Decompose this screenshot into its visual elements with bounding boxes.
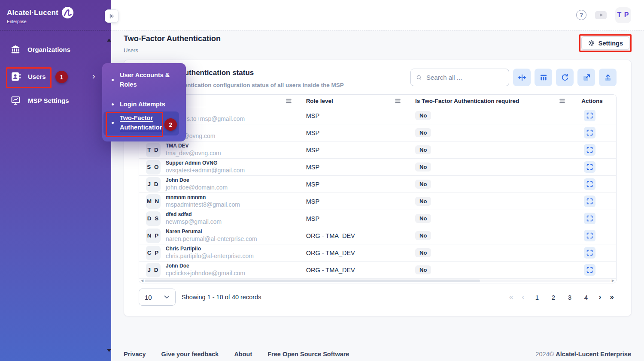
footer-link[interactable]: About (234, 351, 252, 358)
actions-cell (574, 196, 616, 207)
annotation-step1-badge: 1 (55, 71, 68, 83)
table-row[interactable]: N P Naren Perumal naren.perumal@al-enter… (139, 227, 616, 244)
columns-button[interactable] (535, 69, 552, 86)
expand-row-button[interactable] (584, 196, 595, 207)
previous-page-button[interactable]: ‹ (519, 293, 527, 301)
scroll-right-icon[interactable]: ▶ (612, 279, 614, 283)
submenu-item-user-accounts-roles[interactable]: User Accounts & Roles (112, 71, 180, 90)
expand-icon (586, 163, 593, 171)
scroll-left-icon[interactable]: ◀ (141, 279, 143, 283)
tfa-required-badge: No (415, 231, 431, 240)
last-page-button[interactable]: » (608, 293, 617, 301)
table-row[interactable]: J D John Doe cpclicks+johndoe@gmail.com … (139, 262, 616, 278)
tfa-required-badge: No (415, 145, 431, 154)
user-avatar[interactable]: T P (615, 7, 631, 23)
table-row[interactable]: D S dfsd sdfsd newmsp@gmail.com MSP No (139, 210, 616, 227)
expand-row-button[interactable] (584, 213, 595, 224)
next-page-button[interactable]: › (596, 293, 604, 301)
footer-link[interactable]: Free Open Source Software (267, 351, 349, 358)
search-input[interactable] (425, 73, 504, 81)
horizontal-scrollbar[interactable]: ◀ ▶ (139, 278, 616, 283)
column-header-role[interactable]: Role level (301, 98, 410, 104)
expand-row-button[interactable] (584, 110, 595, 121)
role-level-cell: MSP (301, 129, 410, 136)
tfa-required-cell: No (410, 197, 574, 206)
avatar: J D (146, 177, 161, 192)
expand-row-button[interactable] (584, 230, 595, 241)
table-row[interactable]: J D John Doe john.doe@domain.com MSP No (139, 176, 616, 193)
column-menu-icon[interactable] (395, 99, 401, 103)
role-level-cell: MSP (301, 198, 410, 205)
role-level-cell: ORG - TMA_DEV (301, 232, 410, 239)
column-resize-button[interactable] (513, 69, 531, 86)
column-resize-icon (518, 73, 526, 82)
page-number-button[interactable]: 2 (547, 290, 560, 304)
role-level-cell: MSP (301, 164, 410, 171)
column-label-actions: Actions (581, 98, 603, 104)
page-number-button[interactable]: 3 (563, 290, 577, 304)
role-level-cell: ORG - TMA_DEV (301, 267, 410, 274)
table-row[interactable]: ewer viewer@ovng.com MSP No (139, 124, 616, 141)
expand-row-button[interactable] (584, 247, 595, 259)
help-icon[interactable]: ? (576, 10, 586, 20)
settings-button[interactable]: Settings (581, 36, 629, 50)
user-cell: J D John Doe cpclicks+johndoe@gmail.com (139, 263, 301, 277)
sidebar-collapse-button[interactable] (105, 9, 118, 23)
page-number-button[interactable]: 4 (579, 290, 593, 304)
role-level-cell: MSP (301, 147, 410, 153)
columns-icon (539, 73, 548, 82)
table-row[interactable]: T D TMA DEV tma_dev@ovng.com MSP No (139, 141, 616, 159)
actions-cell (574, 178, 616, 190)
breadcrumb[interactable]: Users (124, 47, 221, 54)
page-title: Two-Factor Authentication (124, 34, 221, 43)
expand-row-button[interactable] (584, 127, 595, 138)
tfa-required-badge: No (415, 128, 431, 137)
user-name (187, 108, 245, 115)
sidebar-scroll-up-caret[interactable] (107, 39, 111, 42)
records-summary: Showing 1 - 10 of 40 records (182, 294, 261, 301)
column-label-role: Role level (306, 98, 333, 104)
expand-row-button[interactable] (584, 161, 595, 173)
upload-icon (604, 73, 612, 82)
page-number-button[interactable]: 1 (530, 290, 544, 304)
tfa-required-badge: No (415, 265, 431, 274)
play-button[interactable] (595, 11, 607, 19)
search-box (410, 69, 509, 86)
scrollbar-thumb[interactable] (145, 280, 480, 282)
refresh-button[interactable] (556, 69, 574, 86)
sidebar-item-users[interactable]: Users (10, 71, 46, 82)
expand-row-button[interactable] (584, 264, 595, 276)
column-header-tfa-required[interactable]: Is Two-Factor Authentication required (410, 98, 574, 104)
footer-link[interactable]: Give your feedback (161, 351, 219, 358)
sidebar-item-organizations[interactable]: Organizations (10, 45, 70, 54)
submenu-item-login-attempts[interactable]: Login Attempts (112, 100, 165, 109)
first-page-button[interactable]: « (507, 293, 516, 301)
sidebar-item-label: Organizations (27, 46, 70, 53)
sidebar-scroll-down-caret[interactable] (107, 349, 111, 352)
upload-button[interactable] (599, 69, 617, 86)
submenu-item-label: Login Attempts (120, 100, 165, 109)
table-row[interactable]: C P Chris Partipilo chris.partipilo@al-e… (139, 244, 616, 262)
table-row[interactable]: M N mnmnm nmnmn mspadmintest8@gmail.com … (139, 193, 616, 210)
page-footer: PrivacyGive your feedbackAboutFree Open … (124, 351, 631, 358)
export-button[interactable] (577, 69, 595, 86)
brand-logo-icon (61, 6, 74, 19)
sidebar-item-msp-settings[interactable]: MSP Settings (10, 95, 69, 105)
footer-link[interactable]: Privacy (124, 351, 146, 358)
chevron-right-icon[interactable]: › (92, 71, 95, 81)
table-row[interactable]: s.to+msp@gmail.com MSP No (139, 107, 616, 124)
annotation-settings-box: Settings (579, 34, 632, 52)
table-row[interactable]: S O Supper Admin OVNG ovsqatest+admin@gm… (139, 159, 616, 176)
brand-name: Alcatel·Lucent (7, 9, 58, 17)
actions-cell (574, 144, 616, 156)
user-cell: M N mnmnm nmnmn mspadmintest8@gmail.com (139, 194, 301, 209)
page-size-select[interactable]: 10 (139, 289, 176, 306)
column-menu-icon[interactable] (286, 99, 292, 103)
two-factor-status-card: Two-Factor Authentication status Two-Fac… (124, 60, 632, 316)
bullet-icon (112, 79, 114, 81)
expand-row-button[interactable] (584, 178, 595, 190)
actions-cell (574, 161, 616, 173)
column-menu-icon[interactable] (559, 99, 565, 103)
user-email: john.doe@domain.com (166, 184, 228, 191)
expand-row-button[interactable] (584, 144, 595, 156)
